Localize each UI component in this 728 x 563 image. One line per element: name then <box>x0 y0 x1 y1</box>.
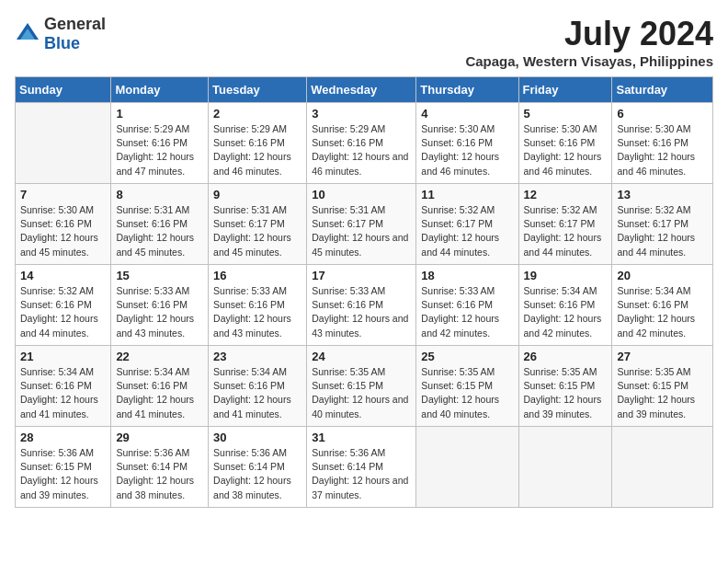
day-info: Sunrise: 5:30 AM Sunset: 6:16 PM Dayligh… <box>20 203 106 259</box>
day-number: 25 <box>421 350 513 363</box>
day-info: Sunrise: 5:34 AM Sunset: 6:16 PM Dayligh… <box>617 284 708 340</box>
day-info: Sunrise: 5:33 AM Sunset: 6:16 PM Dayligh… <box>312 284 411 340</box>
calendar-week-row: 7Sunrise: 5:30 AM Sunset: 6:16 PM Daylig… <box>16 184 713 265</box>
day-info: Sunrise: 5:35 AM Sunset: 6:15 PM Dayligh… <box>312 365 411 421</box>
page-header: General Blue July 2024 Capaga, Western V… <box>15 15 713 69</box>
day-info: Sunrise: 5:35 AM Sunset: 6:15 PM Dayligh… <box>524 365 608 421</box>
logo-general: General <box>44 15 106 33</box>
calendar-cell: 3Sunrise: 5:29 AM Sunset: 6:16 PM Daylig… <box>307 103 416 184</box>
day-number: 24 <box>312 350 411 363</box>
calendar-cell: 28Sunrise: 5:36 AM Sunset: 6:15 PM Dayli… <box>16 427 111 508</box>
weekday-header-monday: Monday <box>111 77 209 103</box>
calendar-cell: 5Sunrise: 5:30 AM Sunset: 6:16 PM Daylig… <box>518 103 612 184</box>
location-subtitle: Capaga, Western Visayas, Philippines <box>465 53 713 69</box>
day-info: Sunrise: 5:35 AM Sunset: 6:15 PM Dayligh… <box>617 365 708 421</box>
day-number: 7 <box>20 188 106 201</box>
day-number: 20 <box>617 269 708 282</box>
day-number: 2 <box>213 107 301 121</box>
day-number: 19 <box>524 269 608 282</box>
calendar-cell: 16Sunrise: 5:33 AM Sunset: 6:16 PM Dayli… <box>209 265 307 346</box>
weekday-header-sunday: Sunday <box>16 77 111 103</box>
day-info: Sunrise: 5:30 AM Sunset: 6:16 PM Dayligh… <box>421 122 513 178</box>
day-number: 16 <box>213 269 301 282</box>
day-number: 28 <box>20 431 106 444</box>
day-info: Sunrise: 5:34 AM Sunset: 6:16 PM Dayligh… <box>20 365 106 421</box>
calendar-week-row: 28Sunrise: 5:36 AM Sunset: 6:15 PM Dayli… <box>16 427 713 508</box>
day-info: Sunrise: 5:32 AM Sunset: 6:16 PM Dayligh… <box>20 284 106 340</box>
day-number: 18 <box>421 269 513 282</box>
calendar-cell: 14Sunrise: 5:32 AM Sunset: 6:16 PM Dayli… <box>16 265 111 346</box>
day-number: 14 <box>20 269 106 282</box>
month-year-title: July 2024 <box>465 15 713 53</box>
day-number: 3 <box>312 107 411 121</box>
day-info: Sunrise: 5:36 AM Sunset: 6:15 PM Dayligh… <box>20 446 106 502</box>
day-info: Sunrise: 5:30 AM Sunset: 6:16 PM Dayligh… <box>617 122 708 178</box>
calendar-cell: 17Sunrise: 5:33 AM Sunset: 6:16 PM Dayli… <box>307 265 416 346</box>
day-info: Sunrise: 5:29 AM Sunset: 6:16 PM Dayligh… <box>116 122 203 178</box>
calendar-cell: 22Sunrise: 5:34 AM Sunset: 6:16 PM Dayli… <box>111 346 209 427</box>
day-number: 5 <box>524 107 608 121</box>
logo: General Blue <box>15 15 106 53</box>
title-area: July 2024 Capaga, Western Visayas, Phili… <box>465 15 713 69</box>
day-number: 21 <box>20 350 106 363</box>
day-info: Sunrise: 5:33 AM Sunset: 6:16 PM Dayligh… <box>116 284 203 340</box>
logo-text: General Blue <box>44 15 106 53</box>
calendar-cell: 6Sunrise: 5:30 AM Sunset: 6:16 PM Daylig… <box>612 103 713 184</box>
calendar-cell: 18Sunrise: 5:33 AM Sunset: 6:16 PM Dayli… <box>416 265 518 346</box>
calendar-cell: 29Sunrise: 5:36 AM Sunset: 6:14 PM Dayli… <box>111 427 209 508</box>
day-info: Sunrise: 5:36 AM Sunset: 6:14 PM Dayligh… <box>213 446 301 502</box>
calendar-cell <box>612 427 713 508</box>
calendar-cell: 12Sunrise: 5:32 AM Sunset: 6:17 PM Dayli… <box>518 184 612 265</box>
day-info: Sunrise: 5:31 AM Sunset: 6:17 PM Dayligh… <box>312 203 411 259</box>
day-number: 22 <box>116 350 203 363</box>
day-number: 23 <box>213 350 301 363</box>
day-info: Sunrise: 5:36 AM Sunset: 6:14 PM Dayligh… <box>312 446 411 502</box>
day-number: 9 <box>213 188 301 201</box>
calendar-week-row: 14Sunrise: 5:32 AM Sunset: 6:16 PM Dayli… <box>16 265 713 346</box>
calendar-cell: 4Sunrise: 5:30 AM Sunset: 6:16 PM Daylig… <box>416 103 518 184</box>
day-number: 4 <box>421 107 513 121</box>
day-number: 31 <box>312 431 411 444</box>
calendar-cell: 11Sunrise: 5:32 AM Sunset: 6:17 PM Dayli… <box>416 184 518 265</box>
day-info: Sunrise: 5:36 AM Sunset: 6:14 PM Dayligh… <box>116 446 203 502</box>
day-info: Sunrise: 5:34 AM Sunset: 6:16 PM Dayligh… <box>524 284 608 340</box>
logo-blue: Blue <box>44 34 80 52</box>
day-number: 26 <box>524 350 608 363</box>
calendar-cell: 13Sunrise: 5:32 AM Sunset: 6:17 PM Dayli… <box>612 184 713 265</box>
day-info: Sunrise: 5:34 AM Sunset: 6:16 PM Dayligh… <box>213 365 301 421</box>
calendar-week-row: 1Sunrise: 5:29 AM Sunset: 6:16 PM Daylig… <box>16 103 713 184</box>
day-number: 27 <box>617 350 708 363</box>
weekday-header-row: SundayMondayTuesdayWednesdayThursdayFrid… <box>16 77 713 103</box>
calendar-cell: 27Sunrise: 5:35 AM Sunset: 6:15 PM Dayli… <box>612 346 713 427</box>
logo-icon <box>15 21 40 47</box>
calendar-cell: 23Sunrise: 5:34 AM Sunset: 6:16 PM Dayli… <box>209 346 307 427</box>
day-number: 6 <box>617 107 708 121</box>
day-info: Sunrise: 5:32 AM Sunset: 6:17 PM Dayligh… <box>617 203 708 259</box>
day-info: Sunrise: 5:30 AM Sunset: 6:16 PM Dayligh… <box>524 122 608 178</box>
calendar-cell: 20Sunrise: 5:34 AM Sunset: 6:16 PM Dayli… <box>612 265 713 346</box>
day-number: 11 <box>421 188 513 201</box>
day-number: 17 <box>312 269 411 282</box>
day-number: 29 <box>116 431 203 444</box>
calendar-cell: 31Sunrise: 5:36 AM Sunset: 6:14 PM Dayli… <box>307 427 416 508</box>
weekday-header-wednesday: Wednesday <box>307 77 416 103</box>
day-info: Sunrise: 5:32 AM Sunset: 6:17 PM Dayligh… <box>524 203 608 259</box>
weekday-header-thursday: Thursday <box>416 77 518 103</box>
day-info: Sunrise: 5:31 AM Sunset: 6:16 PM Dayligh… <box>116 203 203 259</box>
calendar-cell: 15Sunrise: 5:33 AM Sunset: 6:16 PM Dayli… <box>111 265 209 346</box>
day-info: Sunrise: 5:33 AM Sunset: 6:16 PM Dayligh… <box>213 284 301 340</box>
weekday-header-saturday: Saturday <box>612 77 713 103</box>
day-info: Sunrise: 5:29 AM Sunset: 6:16 PM Dayligh… <box>213 122 301 178</box>
calendar-cell: 10Sunrise: 5:31 AM Sunset: 6:17 PM Dayli… <box>307 184 416 265</box>
calendar-week-row: 21Sunrise: 5:34 AM Sunset: 6:16 PM Dayli… <box>16 346 713 427</box>
day-info: Sunrise: 5:32 AM Sunset: 6:17 PM Dayligh… <box>421 203 513 259</box>
day-info: Sunrise: 5:33 AM Sunset: 6:16 PM Dayligh… <box>421 284 513 340</box>
day-number: 13 <box>617 188 708 201</box>
day-number: 12 <box>524 188 608 201</box>
calendar-cell: 19Sunrise: 5:34 AM Sunset: 6:16 PM Dayli… <box>518 265 612 346</box>
day-info: Sunrise: 5:35 AM Sunset: 6:15 PM Dayligh… <box>421 365 513 421</box>
day-number: 1 <box>116 107 203 121</box>
calendar-cell: 21Sunrise: 5:34 AM Sunset: 6:16 PM Dayli… <box>16 346 111 427</box>
day-number: 8 <box>116 188 203 201</box>
calendar-cell <box>416 427 518 508</box>
